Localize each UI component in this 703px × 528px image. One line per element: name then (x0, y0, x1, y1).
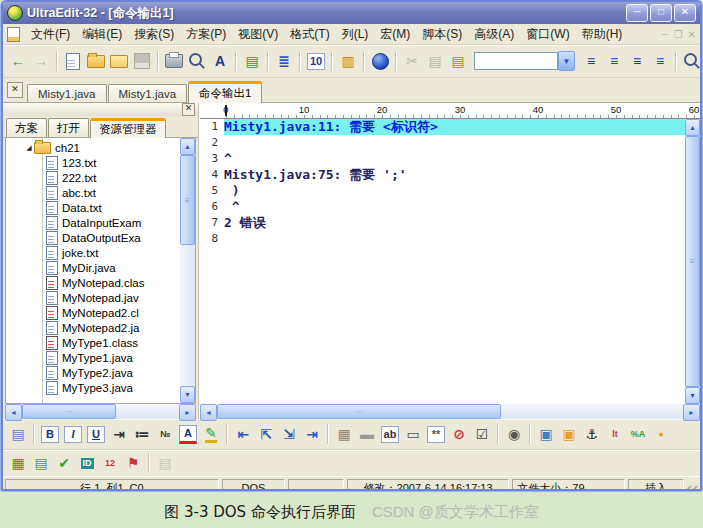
output-line[interactable]: 2 (200, 135, 685, 151)
environment-icon[interactable] (369, 50, 391, 72)
scroll-right-icon[interactable]: ► (179, 404, 196, 421)
textbox-icon[interactable]: ab (379, 423, 401, 445)
tree-file-item[interactable]: joke.txt (6, 245, 180, 260)
close-document-icon[interactable]: ✕ (7, 82, 23, 98)
scrollbar-thumb[interactable]: ≡ (685, 136, 700, 387)
menu-item[interactable]: 视图(V) (232, 25, 284, 44)
table-icon[interactable]: ▦ (7, 452, 29, 474)
scrollbar-track[interactable] (116, 404, 179, 419)
bold-icon[interactable]: B (39, 423, 61, 445)
open-file-icon[interactable] (85, 50, 107, 72)
spellcheck-icon[interactable]: A (209, 50, 231, 72)
scroll-up-icon[interactable]: ▲ (180, 138, 195, 155)
scroll-up-icon[interactable]: ▲ (685, 119, 700, 136)
scrollbar-thumb[interactable]: ≡ (180, 155, 195, 245)
tree-file-item[interactable]: MyDir.java (6, 260, 180, 275)
tree-file-item[interactable]: DataInputExam (6, 215, 180, 230)
tree-file-item[interactable]: MyNotepad2.ja (6, 320, 180, 335)
output-line[interactable]: 8 (200, 231, 685, 247)
new-file-icon[interactable] (62, 50, 84, 72)
tree-file-item[interactable]: abc.txt (6, 185, 180, 200)
menu-item[interactable]: 编辑(E) (76, 25, 128, 44)
hex-mode-icon[interactable]: 10 (305, 50, 327, 72)
menu-item[interactable]: 格式(T) (284, 25, 335, 44)
tree-root-folder[interactable]: ◢ch21 (6, 140, 180, 155)
resize-grip-icon[interactable] (687, 486, 698, 491)
tree-file-item[interactable]: MyNotepad.jav (6, 290, 180, 305)
scroll-down-icon[interactable]: ▼ (685, 387, 700, 404)
tree-file-item[interactable]: 123.txt (6, 155, 180, 170)
tree-file-item[interactable]: Data.txt (6, 200, 180, 215)
html-doc-icon[interactable]: ▦ (333, 423, 355, 445)
paragraph-left-icon[interactable]: ⇤ (232, 423, 254, 445)
chevron-down-icon[interactable]: ▼ (558, 51, 575, 71)
paragraph-right-icon[interactable]: ⇲ (278, 423, 300, 445)
highlight-icon[interactable]: ✎ (200, 423, 222, 445)
editor-horizontal-scrollbar[interactable]: ◄ ∙∙∙ ► (200, 404, 700, 419)
find-icon[interactable] (681, 50, 702, 72)
sidebar-tab[interactable]: 方案 (6, 118, 47, 137)
tree-file-item[interactable]: DataOutputExa (6, 230, 180, 245)
id-attribute-icon[interactable]: ID (76, 452, 98, 474)
scroll-down-icon[interactable]: ▼ (180, 386, 195, 403)
menu-item[interactable]: 窗口(W) (520, 25, 575, 44)
document-tab[interactable]: 命令输出1 (188, 81, 262, 103)
image-icon[interactable]: ▣ (535, 423, 557, 445)
tree-file-item[interactable]: MyType2.java (6, 365, 180, 380)
menu-item[interactable]: 搜索(S) (128, 25, 180, 44)
sidebar-horizontal-scrollbar[interactable]: ◄ ∙∙∙ ► (5, 404, 196, 419)
print-preview-icon[interactable] (186, 50, 208, 72)
checkbox-icon[interactable]: ☑ (471, 423, 493, 445)
output-line[interactable]: 6 ^ (200, 199, 685, 215)
reformat-left-icon[interactable]: ≡ (580, 50, 602, 72)
close-sidebar-icon[interactable]: ✕ (182, 103, 195, 116)
menu-item[interactable]: 宏(M) (374, 25, 416, 44)
scrollbar-thumb[interactable]: ∙∙∙ (22, 404, 116, 419)
editor-vertical-scrollbar[interactable]: ▲ ≡ ▼ (685, 119, 700, 404)
document-tab[interactable]: Misty1.java (27, 84, 107, 102)
tree-file-item[interactable]: MyType3.java (6, 380, 180, 395)
output-text[interactable]: 1Misty1.java:11: 需要 <标识符>23^4Misty1.java… (200, 119, 685, 404)
reformat-center-icon[interactable]: ≡ (603, 50, 625, 72)
escape-char-icon[interactable]: %A (627, 423, 649, 445)
scroll-left-icon[interactable]: ◄ (200, 404, 217, 421)
horizontal-rule-icon[interactable]: ▬ (356, 423, 378, 445)
output-line[interactable]: 5 ) (200, 183, 685, 199)
reformat-justify-icon[interactable]: ≡ (649, 50, 671, 72)
document-tab[interactable]: Misty1.java (108, 84, 188, 102)
sidebar-vertical-scrollbar[interactable]: ▲ ≡ ▼ (180, 138, 195, 403)
noscript-icon[interactable]: ⊘ (448, 423, 470, 445)
italic-icon[interactable]: I (62, 423, 84, 445)
output-line[interactable]: 72 错误 (200, 215, 685, 231)
column-mode-icon[interactable]: ▥ (337, 50, 359, 72)
print-icon[interactable] (163, 50, 185, 72)
combobox-input[interactable] (474, 52, 558, 70)
menu-item[interactable]: 列(L) (336, 25, 375, 44)
close-button[interactable]: ✕ (674, 4, 696, 22)
sidebar-tab[interactable]: 打开 (48, 118, 89, 137)
char-entity-icon[interactable]: lt (604, 423, 626, 445)
paste-icon[interactable]: ▤ (447, 50, 469, 72)
minimize-button[interactable]: ─ (626, 4, 648, 22)
insert-template-icon[interactable]: ▤ (7, 423, 29, 445)
scrollbar-track[interactable] (501, 404, 683, 419)
menu-item[interactable]: 方案(P) (180, 25, 232, 44)
tree-file-item[interactable]: MyType1.java (6, 350, 180, 365)
expander-icon[interactable]: ◢ (24, 144, 34, 152)
tree-file-item[interactable]: MyNotepad2.cl (6, 305, 180, 320)
scroll-left-icon[interactable]: ◄ (5, 404, 22, 421)
scrollbar-thumb[interactable]: ∙∙∙ (217, 404, 501, 419)
editor-pane[interactable]: 0102030405060 1Misty1.java:11: 需要 <标识符>2… (199, 103, 700, 419)
anchor-icon[interactable]: ⚓ (581, 423, 603, 445)
output-line[interactable]: 1Misty1.java:11: 需要 <标识符> (200, 119, 685, 135)
menu-item[interactable]: 高级(A) (468, 25, 520, 44)
paragraph-center-icon[interactable]: ⇱ (255, 423, 277, 445)
back-icon[interactable]: ← (7, 50, 29, 72)
reformat-right-icon[interactable]: ≡ (626, 50, 648, 72)
underline-icon[interactable]: U (85, 423, 107, 445)
copy-files-icon[interactable]: ▤ (30, 452, 52, 474)
radio-button-icon[interactable]: ◉ (503, 423, 525, 445)
button-field-icon[interactable]: ▭ (402, 423, 424, 445)
font-color-icon[interactable]: A (177, 423, 199, 445)
scroll-right-icon[interactable]: ► (683, 404, 700, 421)
